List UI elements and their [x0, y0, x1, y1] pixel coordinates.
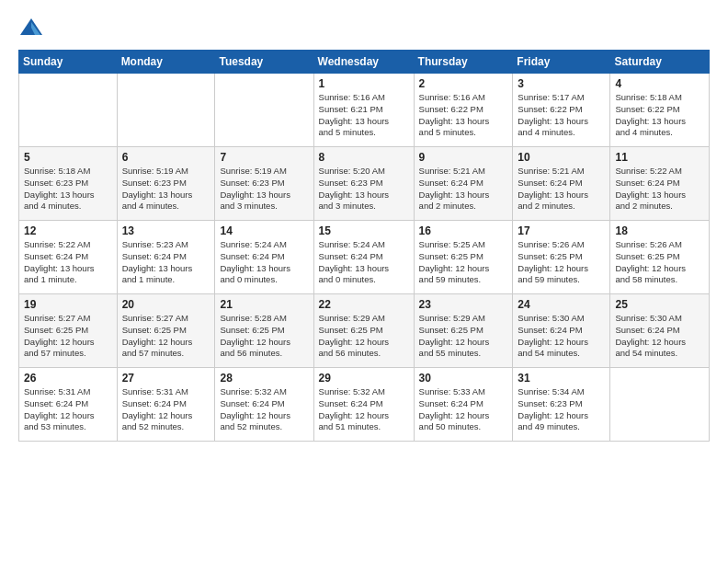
day-cell: 7Sunrise: 5:19 AM Sunset: 6:23 PM Daylig… [215, 147, 313, 221]
day-number: 6 [122, 151, 210, 164]
day-cell: 25Sunrise: 5:30 AM Sunset: 6:24 PM Dayli… [610, 294, 710, 368]
day-info: Sunrise: 5:17 AM Sunset: 6:22 PM Dayligh… [518, 92, 605, 139]
week-row-4: 19Sunrise: 5:27 AM Sunset: 6:25 PM Dayli… [19, 294, 710, 368]
day-cell: 2Sunrise: 5:16 AM Sunset: 6:22 PM Daylig… [414, 74, 513, 147]
day-info: Sunrise: 5:16 AM Sunset: 6:22 PM Dayligh… [419, 92, 508, 139]
day-cell [117, 74, 215, 147]
day-cell: 9Sunrise: 5:21 AM Sunset: 6:24 PM Daylig… [414, 147, 513, 221]
day-header-wednesday: Wednesday [313, 51, 414, 74]
day-number: 19 [24, 298, 112, 311]
day-cell: 18Sunrise: 5:26 AM Sunset: 6:25 PM Dayli… [610, 221, 710, 294]
day-cell: 22Sunrise: 5:29 AM Sunset: 6:25 PM Dayli… [313, 294, 414, 368]
day-number: 16 [419, 224, 508, 237]
day-cell: 14Sunrise: 5:24 AM Sunset: 6:24 PM Dayli… [215, 221, 313, 294]
day-cell: 1Sunrise: 5:16 AM Sunset: 6:21 PM Daylig… [313, 74, 414, 147]
day-info: Sunrise: 5:25 AM Sunset: 6:25 PM Dayligh… [419, 239, 508, 286]
day-number: 30 [419, 372, 508, 385]
day-number: 15 [319, 224, 409, 237]
day-info: Sunrise: 5:31 AM Sunset: 6:24 PM Dayligh… [122, 386, 210, 433]
day-info: Sunrise: 5:24 AM Sunset: 6:24 PM Dayligh… [319, 239, 409, 286]
day-number: 24 [518, 298, 605, 311]
logo-icon [18, 15, 44, 40]
day-number: 22 [319, 298, 409, 311]
day-number: 29 [319, 372, 409, 385]
day-info: Sunrise: 5:26 AM Sunset: 6:25 PM Dayligh… [615, 239, 704, 286]
day-number: 4 [615, 77, 704, 90]
page: SundayMondayTuesdayWednesdayThursdayFrid… [0, 0, 728, 563]
day-cell: 26Sunrise: 5:31 AM Sunset: 6:24 PM Dayli… [19, 368, 118, 442]
week-row-1: 1Sunrise: 5:16 AM Sunset: 6:21 PM Daylig… [19, 74, 710, 147]
day-number: 13 [122, 224, 210, 237]
day-number: 14 [220, 224, 308, 237]
day-info: Sunrise: 5:28 AM Sunset: 6:25 PM Dayligh… [220, 313, 308, 360]
day-cell: 23Sunrise: 5:29 AM Sunset: 6:25 PM Dayli… [414, 294, 513, 368]
week-row-5: 26Sunrise: 5:31 AM Sunset: 6:24 PM Dayli… [19, 368, 710, 442]
day-cell: 31Sunrise: 5:34 AM Sunset: 6:23 PM Dayli… [513, 368, 610, 442]
day-info: Sunrise: 5:32 AM Sunset: 6:24 PM Dayligh… [220, 386, 308, 433]
day-info: Sunrise: 5:18 AM Sunset: 6:22 PM Dayligh… [615, 92, 704, 139]
day-cell: 13Sunrise: 5:23 AM Sunset: 6:24 PM Dayli… [117, 221, 215, 294]
logo [18, 15, 48, 40]
day-cell: 24Sunrise: 5:30 AM Sunset: 6:24 PM Dayli… [513, 294, 610, 368]
day-info: Sunrise: 5:27 AM Sunset: 6:25 PM Dayligh… [24, 313, 112, 360]
day-info: Sunrise: 5:27 AM Sunset: 6:25 PM Dayligh… [122, 313, 210, 360]
day-info: Sunrise: 5:32 AM Sunset: 6:24 PM Dayligh… [319, 386, 409, 433]
day-cell: 30Sunrise: 5:33 AM Sunset: 6:24 PM Dayli… [414, 368, 513, 442]
day-cell: 20Sunrise: 5:27 AM Sunset: 6:25 PM Dayli… [117, 294, 215, 368]
day-info: Sunrise: 5:31 AM Sunset: 6:24 PM Dayligh… [24, 386, 112, 433]
day-header-friday: Friday [513, 51, 610, 74]
day-number: 11 [615, 151, 704, 164]
day-cell: 16Sunrise: 5:25 AM Sunset: 6:25 PM Dayli… [414, 221, 513, 294]
day-info: Sunrise: 5:30 AM Sunset: 6:24 PM Dayligh… [615, 313, 704, 360]
days-header-row: SundayMondayTuesdayWednesdayThursdayFrid… [19, 51, 710, 74]
day-number: 31 [518, 372, 605, 385]
day-info: Sunrise: 5:18 AM Sunset: 6:23 PM Dayligh… [24, 166, 112, 213]
day-info: Sunrise: 5:30 AM Sunset: 6:24 PM Dayligh… [518, 313, 605, 360]
day-cell: 29Sunrise: 5:32 AM Sunset: 6:24 PM Dayli… [313, 368, 414, 442]
day-number: 17 [518, 224, 605, 237]
day-info: Sunrise: 5:22 AM Sunset: 6:24 PM Dayligh… [24, 239, 112, 286]
day-info: Sunrise: 5:23 AM Sunset: 6:24 PM Dayligh… [122, 239, 210, 286]
day-info: Sunrise: 5:19 AM Sunset: 6:23 PM Dayligh… [122, 166, 210, 213]
day-number: 7 [220, 151, 308, 164]
calendar: SundayMondayTuesdayWednesdayThursdayFrid… [18, 50, 710, 442]
day-cell: 11Sunrise: 5:22 AM Sunset: 6:24 PM Dayli… [610, 147, 710, 221]
day-number: 10 [518, 151, 605, 164]
day-info: Sunrise: 5:26 AM Sunset: 6:25 PM Dayligh… [518, 239, 605, 286]
day-cell: 28Sunrise: 5:32 AM Sunset: 6:24 PM Dayli… [215, 368, 313, 442]
day-info: Sunrise: 5:29 AM Sunset: 6:25 PM Dayligh… [419, 313, 508, 360]
day-cell [19, 74, 118, 147]
day-cell: 4Sunrise: 5:18 AM Sunset: 6:22 PM Daylig… [610, 74, 710, 147]
day-number: 26 [24, 372, 112, 385]
day-header-tuesday: Tuesday [215, 51, 313, 74]
day-cell: 17Sunrise: 5:26 AM Sunset: 6:25 PM Dayli… [513, 221, 610, 294]
day-cell: 8Sunrise: 5:20 AM Sunset: 6:23 PM Daylig… [313, 147, 414, 221]
day-cell: 15Sunrise: 5:24 AM Sunset: 6:24 PM Dayli… [313, 221, 414, 294]
day-number: 8 [319, 151, 409, 164]
day-info: Sunrise: 5:34 AM Sunset: 6:23 PM Dayligh… [518, 386, 605, 433]
day-number: 2 [419, 77, 508, 90]
day-cell: 19Sunrise: 5:27 AM Sunset: 6:25 PM Dayli… [19, 294, 118, 368]
day-cell: 21Sunrise: 5:28 AM Sunset: 6:25 PM Dayli… [215, 294, 313, 368]
day-info: Sunrise: 5:19 AM Sunset: 6:23 PM Dayligh… [220, 166, 308, 213]
day-cell: 6Sunrise: 5:19 AM Sunset: 6:23 PM Daylig… [117, 147, 215, 221]
day-cell: 10Sunrise: 5:21 AM Sunset: 6:24 PM Dayli… [513, 147, 610, 221]
day-cell: 5Sunrise: 5:18 AM Sunset: 6:23 PM Daylig… [19, 147, 118, 221]
day-info: Sunrise: 5:20 AM Sunset: 6:23 PM Dayligh… [319, 166, 409, 213]
day-cell [215, 74, 313, 147]
day-number: 18 [615, 224, 704, 237]
day-number: 3 [518, 77, 605, 90]
day-info: Sunrise: 5:22 AM Sunset: 6:24 PM Dayligh… [615, 166, 704, 213]
header [18, 15, 710, 40]
day-info: Sunrise: 5:29 AM Sunset: 6:25 PM Dayligh… [319, 313, 409, 360]
day-header-monday: Monday [117, 51, 215, 74]
day-number: 25 [615, 298, 704, 311]
week-row-2: 5Sunrise: 5:18 AM Sunset: 6:23 PM Daylig… [19, 147, 710, 221]
day-number: 12 [24, 224, 112, 237]
day-number: 20 [122, 298, 210, 311]
week-row-3: 12Sunrise: 5:22 AM Sunset: 6:24 PM Dayli… [19, 221, 710, 294]
day-number: 1 [319, 77, 409, 90]
day-number: 28 [220, 372, 308, 385]
day-number: 5 [24, 151, 112, 164]
day-cell: 27Sunrise: 5:31 AM Sunset: 6:24 PM Dayli… [117, 368, 215, 442]
